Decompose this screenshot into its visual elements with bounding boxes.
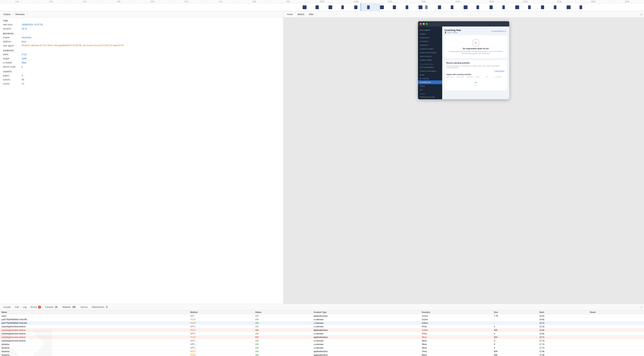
timeline-bar — [476, 6, 479, 9]
expand-button[interactable]: ⤢ — [640, 13, 642, 16]
main-split: Actions Metadata TIME start time: 18/06/… — [0, 11, 644, 304]
tab-metadata[interactable]: Metadata — [13, 12, 27, 17]
tab-after[interactable]: After — [307, 12, 315, 17]
latest-search-btn[interactable]: Latest Search — [494, 70, 505, 72]
timeline-bar — [490, 6, 493, 9]
col-header-size: Size — [492, 310, 538, 314]
tab-network[interactable]: Network 105 — [60, 305, 78, 309]
platform-row: platform: linux — [3, 40, 280, 43]
cell-method: OPTI... — [189, 342, 254, 346]
sidebar-item-knowledge-base[interactable]: Knowledge Base — [418, 99, 442, 99]
cell-size: - — [492, 321, 538, 325]
close-dot[interactable] — [420, 23, 422, 25]
cell-method: OPTI... — [189, 325, 254, 328]
empty-desc: Set organization goals by clicking "Set … — [448, 50, 503, 55]
table-row[interactable]: sessions OPTI... 200 x-unknown 28ms 0 17… — [0, 342, 644, 346]
table-row[interactable]: sessions OPTI... 200 x-unknown 28ms 0 17… — [0, 346, 644, 350]
table-row[interactable]: users GET 200 application/json 111ms 7.7… — [0, 314, 644, 318]
cell-status: 200 — [254, 346, 312, 350]
sidebar-item-library[interactable]: Library — [418, 84, 442, 88]
cell-duration: 30ms — [420, 339, 492, 342]
timeline-content[interactable] — [0, 3, 644, 11]
sidebar-item-adherence[interactable]: Adherence — [418, 43, 442, 47]
timeline-tick: 10.0s — [305, 1, 339, 3]
minimize-dot[interactable] — [423, 23, 425, 25]
sidebar-item-customer-insights[interactable]: Customer Insights — [418, 47, 442, 51]
cell-content-type: application/json — [312, 353, 420, 356]
useragent-value: Mozilla/5.0 (Windows.NT 10.0; Win64; x64… — [22, 44, 124, 47]
coaching-header: Coaching Hub 👤 Search agents hi testing@… — [444, 29, 507, 33]
sidebar-item-quest[interactable]: Quest — [418, 73, 442, 77]
cell-route — [588, 353, 644, 356]
tab-log[interactable]: Log — [21, 305, 28, 309]
cell-route — [588, 318, 644, 321]
timeline-bar — [438, 6, 441, 9]
timeline-bar — [393, 6, 396, 9]
empty-icon: ⚙ — [472, 39, 480, 47]
sidebar-item-coaching[interactable]: Coaching — [418, 77, 442, 80]
timeline-bar — [418, 6, 422, 9]
col-header-name: Name — [0, 310, 189, 314]
cell-size: 7.7K — [492, 314, 538, 318]
network-table: Name Method Status Content Type Duration… — [0, 310, 644, 356]
cell-name: sessions — [0, 342, 189, 346]
network-badge: 105 — [72, 306, 76, 309]
sidebar-item-live-conv[interactable]: Live Conversations — [418, 66, 442, 69]
sidebar-item-trends[interactable]: Trends and Anomalies — [418, 51, 442, 55]
table-row[interactable]: pub77fa29426092c7c8cc99... POST 200 x-un… — [0, 318, 644, 321]
cell-start: 11.5s — [538, 325, 588, 328]
start-time-row: start time: 18/06/2024, 15:57:55 — [3, 23, 280, 26]
attachments-badge: 2 — [105, 306, 108, 309]
table-row[interactable]: pub77fa29426092c7c8cc99... POST 200 x-un… — [0, 321, 644, 325]
table-row[interactable]: coachingOverview:retrieve OPTI... 200 x-… — [0, 325, 644, 328]
tab-before[interactable]: Before — [296, 12, 306, 17]
timeline-bar — [554, 6, 556, 9]
cell-method: POST — [189, 318, 254, 321]
scale-row: device scale: 1 — [3, 65, 280, 69]
tab-action[interactable]: Action — [285, 12, 295, 17]
tab-attachments[interactable]: Attachments 2 — [90, 305, 110, 309]
tab-actions[interactable]: Actions — [2, 12, 12, 17]
browser-sidebar: wise support Insights Performance Assist… — [418, 27, 442, 99]
table-row[interactable]: coachingOverview:retrieve POST 500 appli… — [0, 335, 644, 339]
cell-start: 17.7s — [538, 342, 588, 346]
table-row[interactable]: coachingOverview:retrieve OPTI... 200 x-… — [0, 332, 644, 335]
sidebar-item-qm[interactable]: QM — [418, 88, 442, 92]
events-label: events: — [3, 82, 22, 85]
cell-method: POST — [189, 350, 254, 353]
cell-route — [588, 335, 644, 339]
cell-duration: 27ms — [420, 332, 492, 335]
mobile-label: is mobile: — [3, 61, 22, 64]
cell-route — [588, 314, 644, 318]
bottom-expand-button[interactable]: ⤢ — [641, 306, 642, 308]
tab-call[interactable]: Call — [13, 305, 21, 309]
maximize-dot[interactable] — [426, 23, 428, 25]
sidebar-item-topic[interactable]: Topic Discovery — [418, 55, 442, 58]
cell-size: 0 — [492, 332, 538, 335]
timeline-tick: 6.0s — [170, 1, 203, 3]
cell-duration: 212ms — [420, 318, 492, 321]
sidebar-item-insights[interactable]: Insights — [418, 32, 442, 36]
cell-method: POST — [189, 321, 254, 325]
table-row[interactable]: coachingOverview:retrieve OPTI... 200 x-… — [0, 339, 644, 342]
recent-desc: See recent activities on coaching plan, … — [446, 65, 505, 69]
sidebar-item-assistance[interactable]: Assistance — [418, 40, 442, 43]
tab-console[interactable]: Console 40 — [43, 305, 60, 309]
tab-locator[interactable]: Locator — [2, 305, 13, 309]
cell-route — [588, 350, 644, 353]
table-row[interactable]: sessions POST 200 application/json 83ms … — [0, 353, 644, 356]
cell-status: 500 — [254, 335, 312, 339]
cell-method: POST — [189, 328, 254, 332]
sidebar-item-performance[interactable]: Performance — [418, 36, 442, 40]
table-row[interactable]: sessions POST 200 application/json 74ms … — [0, 350, 644, 353]
coaching-subtitle: 👤 Search agents — [444, 32, 461, 33]
sidebar-item-chatbot[interactable]: Chatbot Insights — [418, 58, 442, 62]
table-row[interactable]: coachingOverview:retrieve POST 500 appli… — [0, 328, 644, 332]
tab-errors[interactable]: Errors 2 — [29, 305, 43, 309]
cell-name: coachingOverview:retrieve — [0, 335, 189, 339]
tab-source[interactable]: Source — [79, 305, 90, 309]
cell-name: users — [0, 314, 189, 318]
sidebar-item-perf-config[interactable]: Performance Config — [418, 95, 442, 99]
sidebar-item-coaching-hub[interactable]: Coaching Hub — [418, 80, 442, 84]
sidebar-item-closed-conv[interactable]: Closed Conversations — [418, 69, 442, 73]
